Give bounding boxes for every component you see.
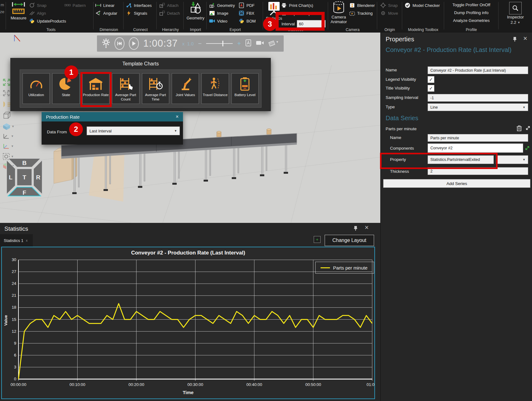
chart-button-average-part-count[interactable]: Average Part Count (112, 73, 139, 104)
linear-dimension-button[interactable]: Linear (95, 3, 114, 8)
tracking-button[interactable]: Tracking (349, 10, 372, 16)
blenderer-button[interactable]: Blenderer (349, 3, 375, 8)
export-image-button[interactable]: Image (209, 10, 228, 16)
expand-series-icon[interactable] (525, 125, 531, 132)
origin-snap-button[interactable]: Snap (380, 3, 398, 8)
pattern-button[interactable]: Pattern (64, 3, 86, 8)
dump-profiling-label: Dump Profiling info (454, 10, 489, 15)
svg-text:12: 12 (12, 329, 16, 334)
simulation-settings-button[interactable]: ▼ (102, 38, 110, 49)
add-series-button[interactable]: Add Series (383, 179, 530, 188)
inspector-button[interactable]: Inspector 2.2▼ (504, 2, 526, 25)
change-layout-button[interactable]: Change Layout (325, 235, 374, 246)
export-geometry-button[interactable]: Geometry (209, 3, 235, 8)
inspector-version: 2.2 (511, 20, 516, 25)
interval-unit: s (321, 22, 323, 26)
origin-move-button[interactable]: Move (380, 10, 398, 16)
interval-input[interactable]: 60 s (297, 20, 326, 28)
statistics-panel: Statistics × Statistics 1 x + Change Lay… (0, 223, 380, 401)
interfaces-button[interactable]: Interfaces (126, 3, 152, 8)
add-chart-view-button[interactable]: + (314, 236, 321, 243)
delete-series-icon[interactable] (516, 125, 522, 133)
view-cube[interactable]: B L T R F (6, 157, 43, 199)
lamp-icon[interactable] (3, 101, 11, 108)
chart-button-state[interactable]: State (52, 73, 79, 104)
record-video-button[interactable] (256, 40, 264, 47)
camera-animator-button[interactable]: Camera Animator (330, 1, 348, 24)
chart-button-average-part-time[interactable]: Average Part Time (142, 73, 169, 104)
property-field[interactable]: Statistics.PartsIntervalExited (428, 155, 494, 164)
title-visibility-checkbox[interactable]: ✓ (428, 85, 434, 92)
dump-profiling-button[interactable]: Dump Profiling info (444, 10, 498, 15)
close-icon[interactable]: × (365, 224, 369, 232)
export-pdf3d-button[interactable] (245, 39, 251, 48)
render-mode-icon[interactable]: ▼ (3, 123, 14, 130)
blenderer-label: Blenderer (357, 3, 375, 8)
chart-button-production-rate[interactable]: Production Rate (82, 73, 109, 104)
viewport-3d[interactable]: ▼ ▼ ▼ ▼ ▼ ▼ 1:00:37 x 1.0 − + ▼ Template… (0, 33, 380, 223)
speed-slider[interactable] (206, 43, 233, 44)
data-from-dropdown[interactable]: Last Interval ▼ (87, 126, 180, 135)
export-pdf-button[interactable]: PDF (238, 3, 255, 8)
record-animation-button[interactable]: ▼ (268, 40, 279, 47)
sampling-interval-field[interactable]: -1 (428, 94, 528, 102)
components-field[interactable]: Conveyor #2 (428, 143, 523, 153)
speed-increase-button[interactable]: + (237, 40, 241, 47)
svg-text:00:40:00: 00:40:00 (246, 382, 262, 387)
ribbon-group-export: Geometry Image Video PDF FBX BOM (208, 0, 263, 33)
snap-button[interactable]: Snap (29, 3, 46, 8)
speed-decrease-button[interactable]: − (198, 40, 202, 47)
chart-panel[interactable]: Conveyor #2 - Production Rate (Last Inte… (1, 247, 375, 399)
tab-close-icon[interactable]: x (26, 239, 28, 242)
close-icon[interactable]: × (176, 114, 179, 120)
chart-button-travel-distance[interactable]: Travel Distance (201, 73, 229, 104)
type-dropdown[interactable]: Line ▼ (428, 103, 528, 111)
chart-button-battery-level[interactable]: Battery Level (231, 73, 259, 104)
sampling-interval-label: Sampling Interval (386, 95, 418, 100)
thickness-field[interactable]: 2 (428, 167, 528, 175)
chevron-down-icon: ▼ (174, 129, 177, 132)
series-name-field[interactable]: Parts per minute (428, 134, 528, 142)
import-geometry-button[interactable]: Geometry (185, 1, 206, 21)
reset-button[interactable] (114, 37, 124, 50)
fit-view-icon[interactable] (3, 78, 11, 86)
export-graphs-button[interactable]: Export Graph s (281, 11, 316, 16)
detach-button[interactable]: Detach (159, 10, 180, 16)
align-button[interactable]: Align (29, 10, 46, 16)
chart-button-joint-values[interactable]: Joint Values (172, 73, 199, 104)
tab-statistics-1[interactable]: Statistics 1 x (0, 234, 33, 247)
name-field[interactable]: Conveyor #2 - Production Rate (Last Inte… (428, 66, 528, 74)
export-video-button[interactable]: Video (209, 18, 227, 24)
pin-icon[interactable] (512, 36, 518, 43)
group-label-tools: Tools (9, 28, 93, 32)
attach-button[interactable]: Attach (159, 3, 179, 8)
legend-visibility-checkbox[interactable]: ✓ (428, 76, 434, 83)
property-dropdown[interactable]: ▼ (496, 155, 528, 164)
measure-button[interactable]: Measure (11, 1, 27, 21)
model-checker-label: Model Checker (413, 3, 440, 8)
group-label-connect: Connect (124, 28, 156, 32)
export-fbx-button[interactable]: FBX (238, 10, 254, 16)
chart-button-utilization[interactable]: Utilization (23, 73, 50, 104)
analyze-geometries-button[interactable]: Analyze Geometries (444, 18, 498, 23)
wireframe-cube-icon[interactable] (3, 111, 11, 120)
fit-selected-icon[interactable] (3, 90, 10, 96)
speed-slider-thumb[interactable] (222, 41, 223, 46)
pin-icon[interactable] (353, 225, 358, 232)
model-checker-button[interactable]: Model Checker (404, 3, 440, 8)
play-button[interactable] (129, 37, 139, 50)
world-axis-icon[interactable]: ▼ (3, 143, 14, 150)
expand-components-icon[interactable] (524, 145, 530, 152)
export-bom-button[interactable]: BOM (238, 18, 256, 24)
dialog-titlebar: Production Rate × (42, 112, 183, 121)
ribbon-divider (6, 2, 6, 29)
frame-axis-icon[interactable]: ▼ (3, 133, 14, 140)
group-label-profile: Profile (444, 28, 498, 32)
close-icon[interactable]: × (523, 34, 527, 43)
angular-dimension-button[interactable]: Angular (95, 10, 117, 16)
signals-button[interactable]: Signals (126, 10, 147, 16)
print-charts-button[interactable]: Print Chart(s) (281, 3, 313, 8)
toggle-profiler-button[interactable]: Toggle Profiler OnOff (444, 3, 498, 7)
ribbon-divider (123, 2, 124, 29)
update-products-button[interactable]: UpdateProducts (29, 18, 66, 24)
